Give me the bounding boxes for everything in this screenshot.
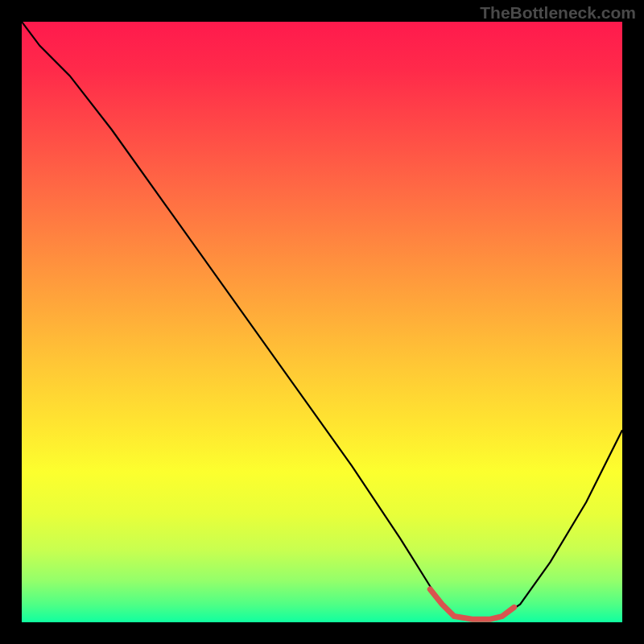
chart-svg <box>22 22 622 622</box>
highlight-segment <box>430 589 514 619</box>
watermark-text: TheBottleneck.com <box>480 3 636 23</box>
bottleneck-curve <box>22 22 622 619</box>
